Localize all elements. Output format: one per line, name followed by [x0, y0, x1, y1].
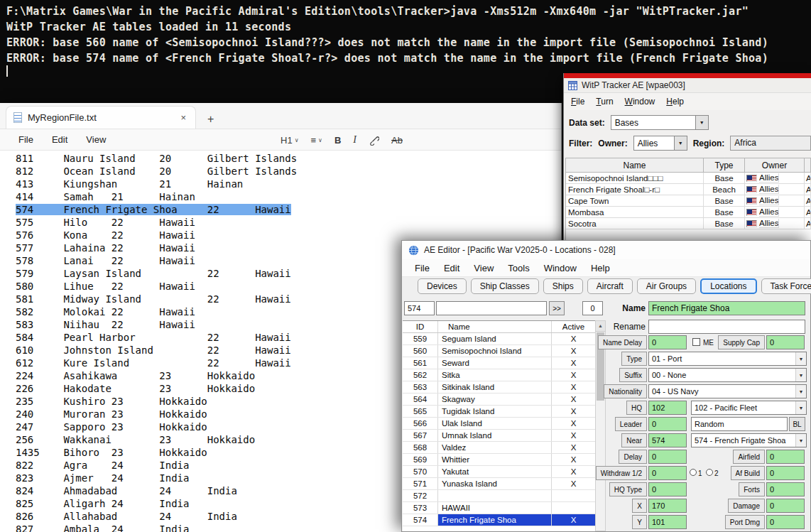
name-search-field[interactable]	[436, 301, 547, 315]
tab-ship-classes[interactable]: Ship Classes	[471, 278, 539, 294]
cell-region[interactable]: Af	[805, 218, 811, 229]
cell-type[interactable]: Base	[704, 218, 745, 229]
cell-name[interactable]: Mombasa	[566, 207, 704, 218]
chevron-down-icon[interactable]: ▼	[795, 369, 806, 381]
delay-field[interactable]: 0	[648, 450, 687, 464]
list-row[interactable]: 573HAWAII	[403, 502, 595, 514]
cell-owner[interactable]: Allies	[745, 207, 805, 218]
bl-button[interactable]: BL	[789, 417, 805, 431]
table-row[interactable]: French Frigate Shoal□-r□ Beach Allies Af	[566, 184, 811, 195]
header-id[interactable]: ID	[403, 321, 438, 332]
chevron-down-icon[interactable]: ▼	[695, 116, 708, 129]
chevron-down-icon[interactable]: ▼	[795, 401, 806, 414]
cell-type[interactable]: Base	[704, 195, 745, 207]
list-row[interactable]: 570YakutatX	[403, 466, 595, 478]
menu-window[interactable]: Window	[619, 95, 661, 108]
x-field[interactable]: 170	[648, 499, 687, 513]
table-row[interactable]: Semisopochnoi Island□□□ Base Allies Af	[566, 173, 811, 184]
menu-edit[interactable]: Edit	[43, 131, 77, 148]
airfield-field[interactable]: 0	[766, 450, 805, 464]
list-row[interactable]: 564SkagwayX	[403, 393, 595, 406]
name-delay-field[interactable]: 0	[648, 335, 687, 349]
header-owner[interactable]: Owner	[745, 158, 805, 173]
chevron-down-icon[interactable]: ▼	[795, 385, 806, 398]
tab-air-groups[interactable]: Air Groups	[637, 278, 696, 294]
menu-view[interactable]: View	[77, 131, 115, 148]
hq-type-field[interactable]: 0	[648, 482, 687, 496]
port-dmg-field[interactable]: 0	[766, 515, 805, 529]
leader-name-field[interactable]: Random	[691, 417, 788, 431]
af-build-field[interactable]: 0	[766, 466, 805, 480]
rename-field[interactable]	[648, 320, 805, 334]
menu-view[interactable]: View	[467, 261, 501, 276]
name-field[interactable]: French Frigate Shoa	[648, 301, 805, 315]
chevron-down-icon[interactable]: ▼	[795, 434, 806, 447]
owner-select[interactable]: Allies ▼	[633, 136, 687, 151]
header-name[interactable]: Name	[566, 158, 704, 173]
header-region[interactable]	[805, 158, 811, 173]
menu-turn[interactable]: Turn	[590, 95, 619, 108]
list-style-button[interactable]: ≡ ∨	[310, 135, 322, 146]
region-select[interactable]: Africa	[730, 136, 811, 151]
table-row[interactable]: Socotra Base Allies Af	[566, 218, 811, 229]
hq-field[interactable]: 102	[648, 401, 687, 415]
tab-aircraft[interactable]: Aircraft	[587, 278, 633, 294]
tab-ships[interactable]: Ships	[543, 278, 583, 294]
text-line[interactable]: 811 Nauru Island 20 Gilbert Islands	[0, 152, 560, 165]
cell-type[interactable]: Base	[704, 173, 745, 184]
text-line[interactable]: 575 Hilo 22 Hawaii	[0, 216, 560, 229]
forts-field[interactable]: 0	[766, 482, 805, 496]
italic-button[interactable]: I	[353, 134, 356, 146]
dataset-select[interactable]: Bases ▼	[611, 115, 709, 130]
text-line-selected[interactable]: 574 French Frigate Shoa 22 Hawaii	[0, 203, 560, 216]
leader-field[interactable]: 0	[648, 417, 687, 431]
cell-owner[interactable]: Allies	[745, 184, 805, 195]
id-search-field[interactable]: 574	[404, 301, 435, 315]
withdraw-field[interactable]: 0	[648, 466, 687, 480]
text-line[interactable]: 812 Ocean Island 20 Gilbert Islands	[0, 165, 560, 178]
tab-devices[interactable]: Devices	[418, 278, 467, 294]
table-row[interactable]: Cape Town Base Allies Af	[566, 195, 811, 207]
bold-button[interactable]: B	[334, 135, 341, 146]
cell-owner[interactable]: Allies	[745, 195, 805, 207]
menu-file[interactable]: File	[9, 131, 43, 148]
withdraw-radio-1[interactable]	[690, 469, 697, 476]
menu-help[interactable]: Help	[584, 261, 617, 276]
tab-locations[interactable]: Locations	[700, 278, 756, 294]
header-type[interactable]: Type	[704, 158, 745, 173]
list-row[interactable]: 568ValdezX	[403, 442, 595, 454]
chevron-down-icon[interactable]: ▼	[674, 136, 687, 150]
menu-edit[interactable]: Edit	[437, 261, 467, 276]
cell-region[interactable]: Af	[805, 207, 811, 218]
list-row[interactable]: 569WhittierX	[403, 454, 595, 466]
search-go-button[interactable]: >>	[549, 301, 565, 315]
strikethrough-button[interactable]: Ab	[391, 135, 403, 146]
header-name[interactable]: Name	[438, 321, 552, 332]
list-row[interactable]: 562SitkaX	[403, 369, 595, 381]
heading-style-button[interactable]: H1 ∨	[281, 135, 298, 146]
list-row[interactable]: 566Ulak IslandX	[403, 418, 595, 430]
cell-type[interactable]: Base	[704, 207, 745, 218]
cell-region[interactable]: Af	[805, 195, 811, 207]
type-select[interactable]: 01 - Port ▼	[648, 352, 807, 366]
cell-region[interactable]: Af	[805, 184, 811, 195]
chevron-down-icon[interactable]: ▼	[795, 352, 806, 365]
cell-owner[interactable]: Allies	[745, 218, 805, 229]
menu-window[interactable]: Window	[537, 261, 584, 276]
list-scrollbar[interactable]: ▲	[595, 320, 606, 531]
list-row[interactable]: 559Seguam IslandX	[403, 333, 595, 345]
tab-task-forces[interactable]: Task Forces	[761, 278, 811, 294]
nationality-select[interactable]: 04 - US Navy ▼	[648, 384, 807, 398]
list-row[interactable]: 561SewardX	[403, 357, 595, 369]
link-button[interactable]	[369, 135, 379, 146]
list-row[interactable]: 563Sitkinak IslandX	[403, 381, 595, 393]
cell-type[interactable]: Beach	[704, 184, 745, 195]
tab-close-icon[interactable]: ×	[178, 112, 188, 123]
list-row-selected[interactable]: 574French Frigate ShoaX	[403, 514, 595, 526]
menu-file[interactable]: File	[408, 261, 437, 276]
text-line[interactable]: 413 Kiungshan 21 Hainan	[0, 178, 560, 190]
header-active[interactable]: Active	[552, 321, 595, 332]
me-checkbox[interactable]	[692, 338, 700, 346]
menu-help[interactable]: Help	[660, 95, 690, 108]
list-row[interactable]: 571Yunaska IslandX	[403, 478, 595, 490]
